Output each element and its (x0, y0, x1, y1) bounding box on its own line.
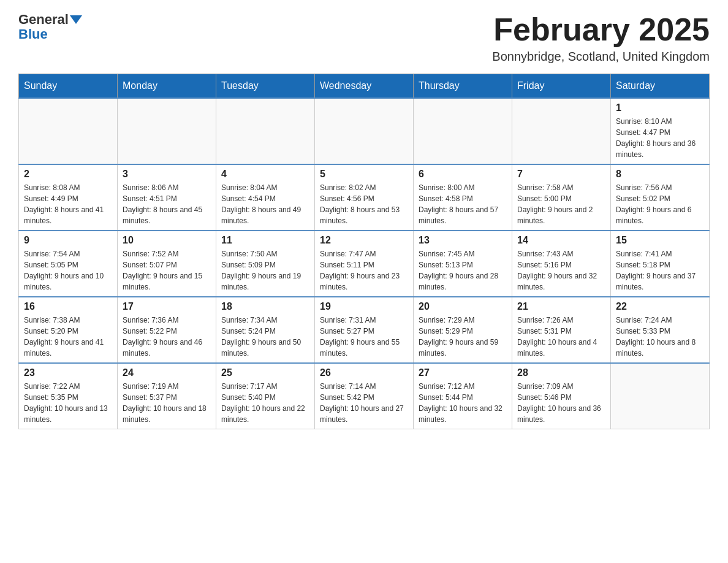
day-number: 2 (24, 169, 112, 180)
calendar-cell: 16Sunrise: 7:38 AMSunset: 5:20 PMDayligh… (19, 297, 118, 363)
day-info: Sunrise: 7:47 AMSunset: 5:11 PMDaylight:… (320, 248, 408, 293)
day-number: 9 (24, 235, 112, 246)
logo-text-general: General (18, 12, 69, 27)
calendar-cell (512, 98, 611, 164)
day-of-week-monday: Monday (118, 74, 216, 99)
calendar-cell: 23Sunrise: 7:22 AMSunset: 5:35 PMDayligh… (19, 363, 118, 429)
calendar-cell: 9Sunrise: 7:54 AMSunset: 5:05 PMDaylight… (19, 231, 118, 297)
day-number: 7 (517, 169, 605, 180)
day-info: Sunrise: 7:58 AMSunset: 5:00 PMDaylight:… (517, 182, 605, 226)
calendar-week-1: 1Sunrise: 8:10 AMSunset: 4:47 PMDaylight… (19, 98, 710, 164)
day-number: 6 (419, 169, 507, 180)
day-of-week-friday: Friday (512, 74, 611, 99)
day-info: Sunrise: 7:31 AMSunset: 5:27 PMDaylight:… (320, 315, 408, 359)
day-number: 10 (123, 235, 211, 246)
day-info: Sunrise: 7:38 AMSunset: 5:20 PMDaylight:… (24, 315, 112, 359)
calendar-cell: 5Sunrise: 8:02 AMSunset: 4:56 PMDaylight… (315, 164, 414, 231)
calendar-cell (315, 98, 414, 164)
calendar-week-3: 9Sunrise: 7:54 AMSunset: 5:05 PMDaylight… (19, 231, 710, 297)
logo: General Blue (18, 12, 82, 42)
day-number: 17 (123, 301, 211, 312)
day-info: Sunrise: 8:04 AMSunset: 4:54 PMDaylight:… (221, 182, 309, 226)
day-info: Sunrise: 8:08 AMSunset: 4:49 PMDaylight:… (24, 182, 112, 226)
calendar-cell: 19Sunrise: 7:31 AMSunset: 5:27 PMDayligh… (315, 297, 414, 363)
calendar-cell: 3Sunrise: 8:06 AMSunset: 4:51 PMDaylight… (118, 164, 216, 231)
calendar-cell: 1Sunrise: 8:10 AMSunset: 4:47 PMDaylight… (611, 98, 710, 164)
day-number: 11 (221, 235, 309, 246)
calendar-cell: 14Sunrise: 7:43 AMSunset: 5:16 PMDayligh… (512, 231, 611, 297)
day-number: 14 (517, 235, 605, 246)
day-of-week-saturday: Saturday (611, 74, 710, 99)
calendar-cell: 28Sunrise: 7:09 AMSunset: 5:46 PMDayligh… (512, 363, 611, 429)
day-info: Sunrise: 7:50 AMSunset: 5:09 PMDaylight:… (221, 248, 309, 293)
location: Bonnybridge, Scotland, United Kingdom (492, 50, 710, 64)
day-info: Sunrise: 7:17 AMSunset: 5:40 PMDaylight:… (221, 381, 309, 425)
calendar-cell: 12Sunrise: 7:47 AMSunset: 5:11 PMDayligh… (315, 231, 414, 297)
day-number: 22 (616, 301, 704, 312)
calendar-cell: 24Sunrise: 7:19 AMSunset: 5:37 PMDayligh… (118, 363, 216, 429)
calendar-cell: 18Sunrise: 7:34 AMSunset: 5:24 PMDayligh… (216, 297, 315, 363)
day-number: 1 (616, 102, 704, 113)
calendar: SundayMondayTuesdayWednesdayThursdayFrid… (18, 74, 710, 429)
calendar-week-2: 2Sunrise: 8:08 AMSunset: 4:49 PMDaylight… (19, 164, 710, 231)
day-info: Sunrise: 7:26 AMSunset: 5:31 PMDaylight:… (517, 315, 605, 359)
day-number: 5 (320, 169, 408, 180)
day-info: Sunrise: 7:54 AMSunset: 5:05 PMDaylight:… (24, 248, 112, 293)
calendar-cell: 13Sunrise: 7:45 AMSunset: 5:13 PMDayligh… (414, 231, 512, 297)
calendar-cell: 21Sunrise: 7:26 AMSunset: 5:31 PMDayligh… (512, 297, 611, 363)
day-of-week-thursday: Thursday (414, 74, 512, 99)
day-info: Sunrise: 7:41 AMSunset: 5:18 PMDaylight:… (616, 248, 704, 293)
day-info: Sunrise: 7:19 AMSunset: 5:37 PMDaylight:… (123, 381, 211, 425)
day-info: Sunrise: 7:43 AMSunset: 5:16 PMDaylight:… (517, 248, 605, 293)
calendar-cell: 22Sunrise: 7:24 AMSunset: 5:33 PMDayligh… (611, 297, 710, 363)
day-info: Sunrise: 8:02 AMSunset: 4:56 PMDaylight:… (320, 182, 408, 226)
day-number: 24 (123, 367, 211, 378)
day-number: 28 (517, 367, 605, 378)
day-number: 13 (419, 235, 507, 246)
calendar-week-4: 16Sunrise: 7:38 AMSunset: 5:20 PMDayligh… (19, 297, 710, 363)
calendar-header-row: SundayMondayTuesdayWednesdayThursdayFrid… (19, 74, 710, 99)
day-info: Sunrise: 7:29 AMSunset: 5:29 PMDaylight:… (419, 315, 507, 359)
calendar-cell: 8Sunrise: 7:56 AMSunset: 5:02 PMDaylight… (611, 164, 710, 231)
day-number: 27 (419, 367, 507, 378)
day-number: 26 (320, 367, 408, 378)
day-info: Sunrise: 7:52 AMSunset: 5:07 PMDaylight:… (123, 248, 211, 293)
calendar-cell: 15Sunrise: 7:41 AMSunset: 5:18 PMDayligh… (611, 231, 710, 297)
day-number: 15 (616, 235, 704, 246)
day-info: Sunrise: 7:22 AMSunset: 5:35 PMDaylight:… (24, 381, 112, 425)
day-info: Sunrise: 8:00 AMSunset: 4:58 PMDaylight:… (419, 182, 507, 226)
day-number: 12 (320, 235, 408, 246)
calendar-cell: 11Sunrise: 7:50 AMSunset: 5:09 PMDayligh… (216, 231, 315, 297)
day-info: Sunrise: 7:12 AMSunset: 5:44 PMDaylight:… (419, 381, 507, 425)
calendar-week-5: 23Sunrise: 7:22 AMSunset: 5:35 PMDayligh… (19, 363, 710, 429)
calendar-cell (19, 98, 118, 164)
day-number: 20 (419, 301, 507, 312)
day-number: 23 (24, 367, 112, 378)
logo-text-blue: Blue (18, 27, 48, 42)
day-number: 4 (221, 169, 309, 180)
day-of-week-tuesday: Tuesday (216, 74, 315, 99)
calendar-cell: 4Sunrise: 8:04 AMSunset: 4:54 PMDaylight… (216, 164, 315, 231)
day-info: Sunrise: 7:56 AMSunset: 5:02 PMDaylight:… (616, 182, 704, 226)
calendar-cell: 7Sunrise: 7:58 AMSunset: 5:00 PMDaylight… (512, 164, 611, 231)
day-info: Sunrise: 7:45 AMSunset: 5:13 PMDaylight:… (419, 248, 507, 293)
calendar-cell (118, 98, 216, 164)
day-number: 16 (24, 301, 112, 312)
day-number: 3 (123, 169, 211, 180)
month-title: February 2025 (492, 12, 710, 47)
calendar-cell: 2Sunrise: 8:08 AMSunset: 4:49 PMDaylight… (19, 164, 118, 231)
title-block: February 2025 Bonnybridge, Scotland, Uni… (492, 12, 710, 64)
day-number: 21 (517, 301, 605, 312)
calendar-cell: 27Sunrise: 7:12 AMSunset: 5:44 PMDayligh… (414, 363, 512, 429)
calendar-cell: 20Sunrise: 7:29 AMSunset: 5:29 PMDayligh… (414, 297, 512, 363)
day-info: Sunrise: 7:34 AMSunset: 5:24 PMDaylight:… (221, 315, 309, 359)
day-number: 19 (320, 301, 408, 312)
day-of-week-wednesday: Wednesday (315, 74, 414, 99)
calendar-cell: 6Sunrise: 8:00 AMSunset: 4:58 PMDaylight… (414, 164, 512, 231)
day-info: Sunrise: 7:09 AMSunset: 5:46 PMDaylight:… (517, 381, 605, 425)
calendar-cell: 17Sunrise: 7:36 AMSunset: 5:22 PMDayligh… (118, 297, 216, 363)
day-number: 25 (221, 367, 309, 378)
calendar-cell (216, 98, 315, 164)
day-info: Sunrise: 8:10 AMSunset: 4:47 PMDaylight:… (616, 116, 704, 160)
calendar-cell: 26Sunrise: 7:14 AMSunset: 5:42 PMDayligh… (315, 363, 414, 429)
